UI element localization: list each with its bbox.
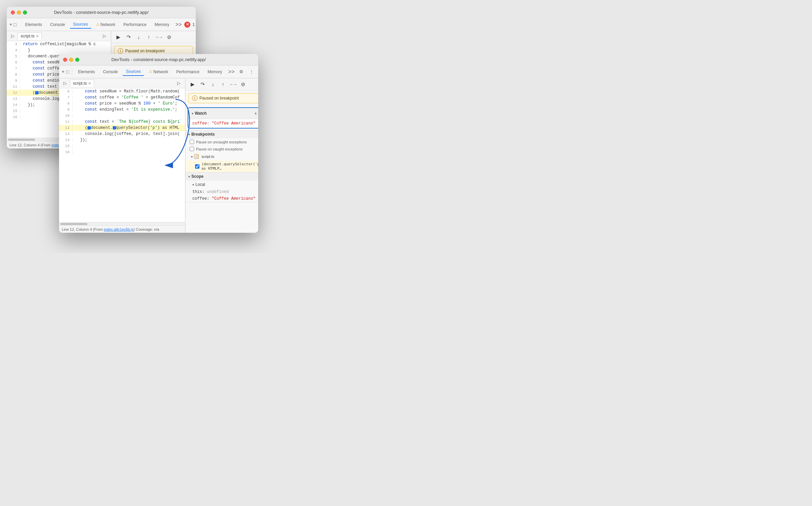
scrollbar-thumb-1 [8,139,35,141]
close-button-1[interactable] [11,10,15,15]
cursor-icon-2[interactable]: ⌖ [62,68,65,76]
scrollbar-thumb-2 [60,223,87,225]
watch-box-header-2: ▾ Watch + ↺ [188,108,258,119]
minimize-button-1[interactable] [17,10,21,15]
bp-script-icon-2: ⬜ [194,154,199,159]
tab-performance-2[interactable]: Performance [173,68,203,76]
tab-memory-1[interactable]: Memory [151,21,172,28]
main-toolbar-2: ⌖ □ Elements Console Sources ⚠ Network P… [59,65,258,78]
bp-caught-item-2: Pause on caught exceptions [186,145,258,152]
watch-add-btn-2[interactable]: + [252,110,258,117]
maximize-button-2[interactable] [75,58,79,62]
step-next-btn-2[interactable]: →→ [229,80,238,89]
bp-uncaught-item-2: Pause on uncaught exceptions [186,138,258,145]
step-out-btn-2[interactable]: ↑ [219,80,227,89]
code-line2-14: 14 }); [59,137,185,143]
file-tab-bar-2: ▷ script.ts ✕ ▷ [59,78,185,88]
deactivate-btn-2[interactable]: ⊘ [239,80,248,89]
resume-btn-2[interactable]: ▶ [188,80,197,89]
tab-network-1[interactable]: ⚠ Network [93,21,119,28]
code-line2-8: 8 const price = seedNum % 100 + ' Euro'; [59,101,185,107]
index-link-2[interactable]: index.a8c1ec6b.js [104,227,134,231]
layers-icon-2[interactable]: □ [66,68,69,76]
maximize-button-1[interactable] [23,10,27,15]
more-tabs-1[interactable]: >> [174,21,183,28]
code-line2-13: 13 console.log([coffee, price, text].joi… [59,131,185,137]
scope-header-2[interactable]: ▾ Scope [186,172,258,180]
step-into-btn-1[interactable]: ↓ [134,33,143,41]
breakpoints-header-2[interactable]: ▾ Breakpoints [186,130,258,138]
bp-caught-checkbox-2[interactable] [190,147,194,151]
traffic-lights-1 [11,10,27,15]
window-title-2: DevTools - consistent-source-map-pc.netl… [111,57,206,62]
cursor-icon[interactable]: ⌖ [9,21,12,29]
step-over-btn-1[interactable]: ↷ [124,33,133,41]
scope-this-item-2: this: undefined [186,189,258,195]
deactivate-btn-1[interactable]: ⊘ [165,33,173,41]
tab-elements-1[interactable]: Elements [22,21,45,28]
tab-console-1[interactable]: Console [47,21,69,28]
tab-sources-1[interactable]: Sources [70,21,91,29]
step-next-btn-1[interactable]: →→ [155,33,163,41]
main-toolbar-1: ⌖ □ Elements Console Sources ⚠ Network P… [7,18,196,31]
step-out-btn-1[interactable]: ↑ [144,33,153,41]
file-tab-script-2[interactable]: script.ts ✕ [70,80,94,87]
bp-expression-checkbox-2[interactable] [195,164,199,169]
tab-elements-2[interactable]: Elements [75,68,98,76]
watch-box-2: ▾ Watch + ↺ coffee: "Coffee Americano" [188,107,258,129]
devtools-body-2: ▷ script.ts ✕ ▷ 6 const seedNum = Math.f… [59,78,258,233]
more-tabs-2[interactable]: >> [227,68,236,76]
tab-memory-2[interactable]: Memory [204,68,225,76]
bp-script-triangle-2: ▾ [191,155,193,159]
close-tab-2[interactable]: ✕ [88,81,91,86]
devtools-window-2: DevTools - consistent-source-map-pc.netl… [59,54,258,233]
tab-sources-2[interactable]: Sources [123,68,144,76]
step-over-btn-2[interactable]: ↷ [198,80,207,89]
close-tab-1[interactable]: ✕ [36,34,39,38]
debug-toolbar-1: ▶ ↷ ↓ ↑ →→ ⊘ [111,31,196,43]
local-triangle-2: ▾ [192,183,194,187]
watch-triangle-2: ▾ [192,112,193,115]
bp-expression-item-2: (document.querySelector('p') as HTMLP… 1… [186,161,258,172]
expand-icon-1[interactable]: ▷ [101,33,108,39]
code-line2-11: 11 const text = `The ${coffee} costs ${p… [59,119,185,125]
watch-actions-2: + ↺ [252,110,258,117]
local-header-2[interactable]: ▾ Local [186,180,258,189]
title-bar-1: DevTools - consistent-source-map-pc.netl… [7,7,196,18]
scrollbar-h-2[interactable] [59,222,185,225]
sidebar-toggle-1[interactable]: ▷ [9,33,16,39]
bp-triangle-2: ▾ [188,133,190,136]
warning-icon-1: ⚠ [96,22,100,27]
scope-coffee-item-2: coffee: "Coffee Americano" [186,195,258,202]
resume-btn-1[interactable]: ▶ [114,33,123,41]
file-tab-script-1[interactable]: script.ts ✕ [18,32,42,39]
error-count-1: 1 [192,22,195,27]
bp-uncaught-checkbox-2[interactable] [190,140,194,144]
expand-icon-2[interactable]: ▷ [175,80,182,87]
bp-script-header-2[interactable]: ▾ ⬜ script.ts [186,152,258,161]
tab-network-2[interactable]: ⚠ Network [145,68,171,76]
scope-triangle-2: ▾ [188,175,190,178]
code-line2-15: 15 [59,143,185,149]
step-into-btn-2[interactable]: ↓ [209,80,217,89]
error-badge-1: ✕ [184,22,190,28]
tab-console-2[interactable]: Console [100,68,121,76]
code-line-4: 4 } [7,47,111,53]
close-button-2[interactable] [63,58,67,62]
more-options-icon-2[interactable]: ⋮ [247,68,255,76]
traffic-lights-2 [63,58,79,62]
layers-icon[interactable]: □ [13,21,16,29]
code-line2-16: 16 [59,149,185,155]
minimize-button-2[interactable] [69,58,73,62]
debugger-panel-2: ▶ ↷ ↓ ↑ →→ ⊘ i Paused on breakpoint ▾ Wa… [185,78,258,233]
tab-performance-1[interactable]: Performance [120,21,150,28]
settings-icon-2[interactable]: ⚙ [237,68,245,76]
code-area-2[interactable]: 6 const seedNum = Math.floor(Math.random… [59,88,185,222]
sidebar-toggle-2[interactable]: ▷ [62,80,69,87]
status-bar-2: Line 12, Column 4 (From index.a8c1ec6b.j… [59,225,185,233]
code-line-3: 3 return coffeeList[magicNum % c [7,41,111,47]
sources-panel-2: ▷ script.ts ✕ ▷ 6 const seedNum = Math.f… [59,78,185,233]
bp-marker-2b [113,126,116,130]
paused-banner-2: i Paused on breakpoint [188,93,258,103]
title-bar-2: DevTools - consistent-source-map-pc.netl… [59,54,258,65]
